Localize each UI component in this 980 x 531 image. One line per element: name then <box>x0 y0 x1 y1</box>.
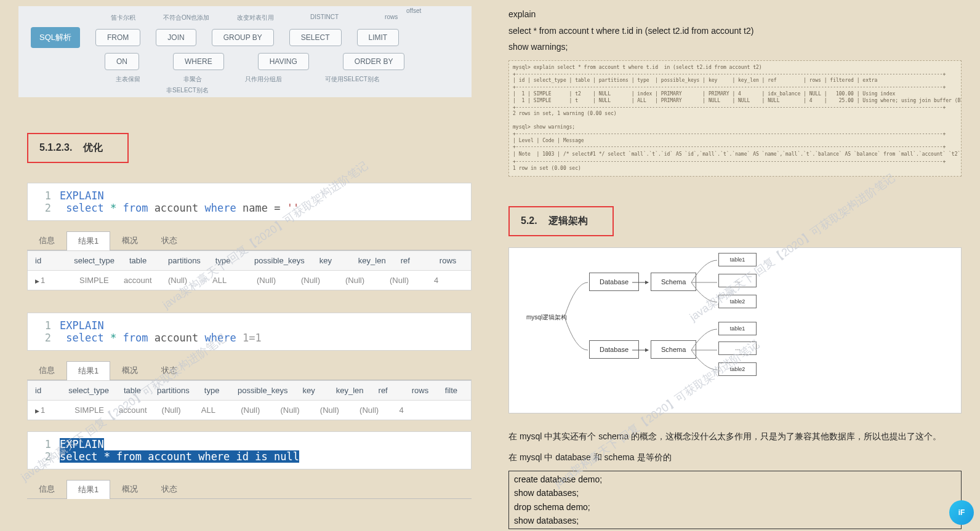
sql-editor-2: 1EXPLAIN 2 select * from account where 1… <box>27 313 472 351</box>
result-tabs-2: 信息 结果1 概况 状态 <box>27 361 472 380</box>
sql-parse-diagram: offset 笛卡尔积 不符合ON也添加 改变对表引用 DISTINCT row… <box>18 6 472 97</box>
section-heading-right: 5.2.逻辑架构 <box>508 206 614 236</box>
result-tabs-3: 信息 结果1 概况 状态 <box>27 479 472 499</box>
sql-root-box: SQL解析 <box>31 27 80 48</box>
chat-icon[interactable]: iF <box>949 500 974 525</box>
paragraph-1: 在 mysql 中其实还有个 schema 的概念，这概念没什么太多作用，只是为… <box>508 428 962 445</box>
sql-commands-box: create database demo; show databases; dr… <box>508 471 962 530</box>
paragraph-2: 在 mysql 中 database 和 schema 是等价的 <box>508 449 962 466</box>
result-table-1: id select_type table partitions type pos… <box>27 250 472 290</box>
logic-architecture-diagram: mysql逻辑架构 Database Schema table1 ... tab… <box>508 247 962 413</box>
sql-editor-3: 1EXPLAIN 2select * from account where id… <box>27 431 472 469</box>
section-heading-left: 5.1.2.3.优化 <box>27 133 129 163</box>
result-table-2: id select_type table partitions type pos… <box>27 380 472 420</box>
result-tabs-1: 信息 结果1 概况 状态 <box>27 231 472 250</box>
sql-editor-1: 1EXPLAIN 2 select * from account where n… <box>27 183 472 221</box>
right-sql-block: explain select * from account t where t.… <box>508 6 962 55</box>
mysql-terminal: mysql> explain select * from account t w… <box>508 60 962 177</box>
